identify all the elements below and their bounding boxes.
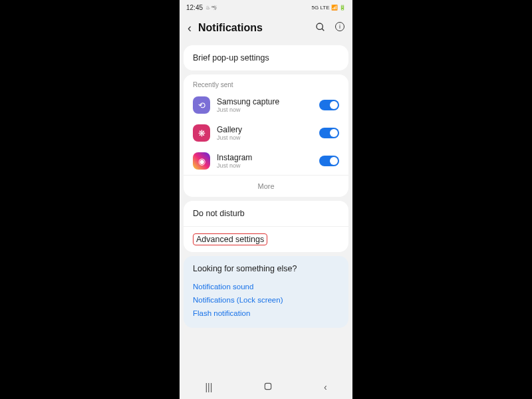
brief-section: Brief pop-up settings xyxy=(184,45,348,70)
app-row-gallery[interactable]: ❋ Gallery Just now xyxy=(184,119,348,147)
samsung-capture-icon: ⟲ xyxy=(193,96,210,114)
svg-line-1 xyxy=(322,29,324,31)
link-notification-sound[interactable]: Notification sound xyxy=(193,280,339,293)
phone-frame: 12:45 ♨︎ ㎯ 5G LTE 📶 🔋 ‹ Notifications i … xyxy=(180,0,352,399)
advanced-settings-label: Advanced settings xyxy=(193,233,267,245)
gallery-icon: ❋ xyxy=(193,124,210,142)
suggest-title: Looking for something else? xyxy=(193,264,339,273)
svg-rect-2 xyxy=(265,383,271,389)
recently-sent-section: Recently sent ⟲ Samsung capture Just now… xyxy=(184,74,348,197)
info-icon[interactable]: i xyxy=(335,22,344,31)
back-icon[interactable]: ‹ xyxy=(188,21,192,35)
toggle-instagram[interactable] xyxy=(319,156,339,166)
app-row-samsung-capture[interactable]: ⟲ Samsung capture Just now xyxy=(184,91,348,119)
settings-section: Do not disturb Advanced settings xyxy=(184,201,348,252)
nav-back-icon[interactable]: ‹ xyxy=(316,379,335,395)
nav-home-icon[interactable] xyxy=(255,379,281,396)
app-sub: Just now xyxy=(217,106,313,113)
link-notifications-lock-screen[interactable]: Notifications (Lock screen) xyxy=(193,293,339,307)
app-name: Instagram xyxy=(217,153,313,162)
app-sub: Just now xyxy=(217,134,313,141)
app-name: Gallery xyxy=(217,125,313,134)
nav-recents-icon[interactable]: ||| xyxy=(197,379,220,395)
suggest-section: Looking for something else? Notification… xyxy=(184,256,348,328)
svg-point-0 xyxy=(317,23,323,29)
status-left-indicators: ♨︎ ㎯ xyxy=(205,4,217,11)
toggle-gallery[interactable] xyxy=(319,128,339,138)
navigation-bar: ||| ‹ xyxy=(180,375,352,399)
app-sub: Just now xyxy=(217,162,313,169)
brief-popup-row[interactable]: Brief pop-up settings xyxy=(184,45,348,70)
advanced-settings-row[interactable]: Advanced settings xyxy=(184,226,348,252)
recently-sent-header: Recently sent xyxy=(184,74,348,91)
toggle-samsung-capture[interactable] xyxy=(319,100,339,110)
app-row-instagram[interactable]: ◉ Instagram Just now xyxy=(184,147,348,175)
page-title: Notifications xyxy=(198,22,309,34)
more-button[interactable]: More xyxy=(184,175,348,197)
status-right-indicators: 5G LTE 📶 🔋 xyxy=(312,5,346,11)
dnd-row[interactable]: Do not disturb xyxy=(184,201,348,226)
content: Brief pop-up settings Recently sent ⟲ Sa… xyxy=(180,41,352,375)
status-time: 12:45 xyxy=(186,4,203,11)
link-flash-notification[interactable]: Flash notification xyxy=(193,307,339,320)
page-header: ‹ Notifications i xyxy=(180,15,352,41)
search-icon[interactable] xyxy=(315,22,326,35)
instagram-icon: ◉ xyxy=(193,152,210,170)
app-name: Samsung capture xyxy=(217,97,313,106)
status-bar: 12:45 ♨︎ ㎯ 5G LTE 📶 🔋 xyxy=(180,0,352,15)
